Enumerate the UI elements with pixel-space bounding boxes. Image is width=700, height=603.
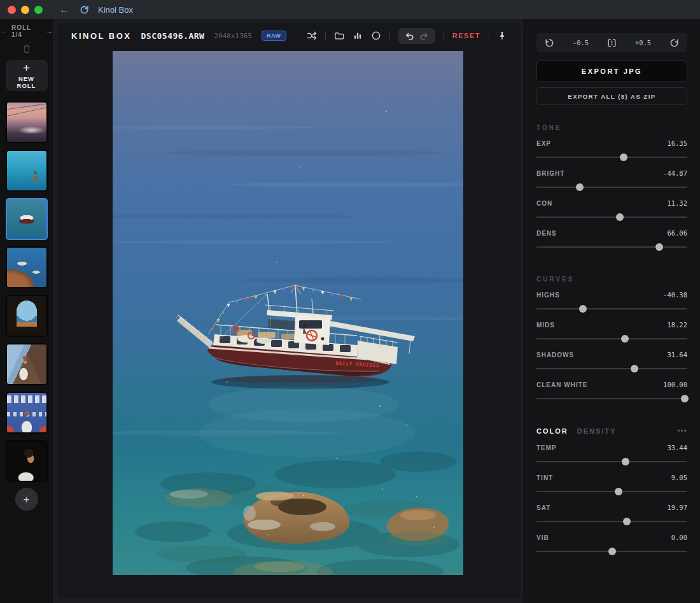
slider-thumb-bright[interactable] (576, 183, 584, 191)
file-name: DSC05496.ARW (141, 31, 205, 41)
reset-button[interactable]: RESET (452, 32, 480, 39)
slider-track-exp[interactable] (536, 157, 687, 158)
curves-slider-mids: MIDS18.22 (536, 321, 687, 339)
slider-sections: TONEEXP16.35BRIGHT-44.87CON11.32DENS66.0… (536, 124, 687, 399)
slider-track-vib[interactable] (536, 551, 687, 552)
new-roll-label: NEW ROLL (10, 75, 44, 89)
thumbnail-sunset-harbor[interactable] (6, 101, 48, 143)
thumbnail-stone-arch-sea-view[interactable] (6, 295, 48, 337)
slider-label-con: CON (536, 200, 552, 207)
slider-track-con[interactable] (536, 216, 687, 218)
tab-color[interactable]: COLOR (536, 427, 568, 435)
shuffle-icon[interactable] (307, 31, 317, 41)
slider-track-temp[interactable] (536, 461, 687, 462)
thumbnail-portrait-profile-dark[interactable] (6, 440, 48, 482)
slider-value-con: 11.32 (667, 199, 687, 207)
slider-value-shadows: 31.64 (667, 351, 687, 358)
slider-thumb-sat[interactable] (623, 518, 631, 525)
slider-head: VIB0.00 (536, 534, 687, 541)
slider-label-shadows: SHADOWS (536, 351, 574, 358)
slider-head: DENS66.06 (536, 229, 687, 237)
pin-icon[interactable] (498, 31, 507, 41)
slider-label-exp: EXP (536, 140, 551, 147)
slider-head: BRIGHT-44.87 (536, 169, 687, 177)
slider-track-highs[interactable] (536, 308, 687, 309)
titlebar: ← Kinol Box (0, 0, 700, 19)
thumbnail-aerial-boats-cliff[interactable] (6, 246, 48, 288)
photo-canvas[interactable]: DAILY CRUISES (113, 51, 463, 575)
export-all-zip-button[interactable]: EXPORT ALL (8) AS ZIP (536, 87, 687, 105)
curves-slider-shadows: SHADOWS31.64 (536, 351, 687, 369)
rotate-cw-icon[interactable] (669, 38, 679, 48)
rotate-ccw-icon[interactable] (545, 38, 554, 48)
photo-boat-sea: DAILY CRUISES (113, 51, 463, 575)
roll-navigation: ← ROLL 1/4 → (0, 24, 53, 38)
editor-header: KINOL BOX DSC05496.ARW 2048x1365 RAW (57, 23, 521, 48)
editor-toolbar: RESET (307, 28, 507, 44)
slider-thumb-exp[interactable] (620, 153, 627, 161)
color-slider-temp: TEMP33.44 (536, 444, 687, 462)
new-roll-button[interactable]: + NEW ROLL (6, 60, 48, 91)
toolbar-divider (325, 31, 326, 41)
slider-track-tint[interactable] (536, 491, 687, 492)
slider-head: TEMP33.44 (536, 444, 687, 451)
slider-track-clean-white[interactable] (536, 398, 687, 399)
section-title-curves: CURVES (536, 276, 687, 283)
toolbar-divider (389, 31, 390, 41)
thumbnail-turquoise-cove-swimmer[interactable] (6, 150, 48, 192)
editor-card: KINOL BOX DSC05496.ARW 2048x1365 RAW (57, 23, 521, 598)
slider-track-bright[interactable] (536, 187, 687, 188)
next-roll-arrow-icon[interactable]: → (46, 28, 53, 35)
thumbnail-man-blue-sign[interactable] (6, 392, 48, 434)
tone-slider-dens: DENS66.06 (536, 229, 687, 248)
tone-slider-exp: EXP16.35 (536, 139, 687, 158)
tab-group: COLORDENSITY (536, 427, 616, 435)
section-title-tone: TONE (536, 124, 687, 131)
slider-value-highs: -40.38 (663, 291, 687, 299)
slider-thumb-mids[interactable] (621, 335, 629, 343)
back-arrow-icon[interactable]: ← (59, 4, 69, 15)
file-dimensions: 2048x1365 (214, 32, 252, 40)
add-photo-button[interactable]: + (15, 488, 38, 511)
slider-thumb-clean-white[interactable] (681, 395, 689, 402)
color-slider-vib: VIB0.00 (536, 534, 687, 552)
slider-head: SAT19.97 (536, 504, 687, 511)
prev-roll-arrow-icon[interactable]: ← (0, 28, 7, 35)
folder-icon[interactable] (334, 31, 344, 41)
slider-thumb-tint[interactable] (615, 488, 622, 495)
zoom-window-button[interactable] (34, 6, 43, 14)
rotate-plus-step[interactable]: +0.5 (631, 38, 655, 47)
undo-icon[interactable] (405, 32, 414, 40)
slider-thumb-shadows[interactable] (631, 365, 638, 372)
histogram-icon[interactable] (353, 31, 363, 41)
slider-thumb-temp[interactable] (622, 458, 629, 465)
slider-thumb-highs[interactable] (579, 305, 587, 313)
slider-track-sat[interactable] (536, 521, 687, 522)
slider-track-dens[interactable] (536, 246, 687, 248)
slider-thumb-con[interactable] (616, 213, 624, 221)
slider-track-mids[interactable] (536, 338, 687, 339)
tab-density[interactable]: DENSITY (577, 427, 617, 435)
app-name: KINOL BOX (71, 31, 132, 41)
thumbnail-man-on-cliff[interactable] (6, 343, 48, 385)
rotate-minus-step[interactable]: -0.5 (569, 38, 592, 47)
circle-focus-icon[interactable] (371, 31, 381, 41)
trash-icon[interactable] (22, 44, 31, 53)
slider-head: TINT9.05 (536, 474, 687, 481)
close-window-button[interactable] (8, 6, 16, 14)
curves-slider-highs: HIGHS-40.38 (536, 291, 687, 309)
minimize-window-button[interactable] (21, 6, 29, 14)
slider-thumb-dens[interactable] (655, 243, 663, 251)
filmstrip-sidebar: ← ROLL 1/4 → + NEW ROLL + (0, 19, 53, 603)
slider-thumb-vib[interactable] (608, 548, 616, 555)
thumbnail-boat-at-anchor[interactable] (6, 198, 48, 240)
redo-icon[interactable] (420, 32, 429, 40)
roll-counter: ROLL 1/4 (11, 24, 41, 38)
slider-track-shadows[interactable] (536, 368, 687, 369)
more-options-icon[interactable]: ••• (677, 429, 687, 433)
color-sliders: TEMP33.44TINT9.05SAT19.97VIB0.00 (536, 444, 687, 552)
reload-icon[interactable] (80, 5, 89, 15)
crop-icon[interactable] (607, 38, 617, 48)
export-jpg-button[interactable]: EXPORT JPG (536, 60, 687, 82)
window-title: Kinol Box (98, 5, 133, 15)
